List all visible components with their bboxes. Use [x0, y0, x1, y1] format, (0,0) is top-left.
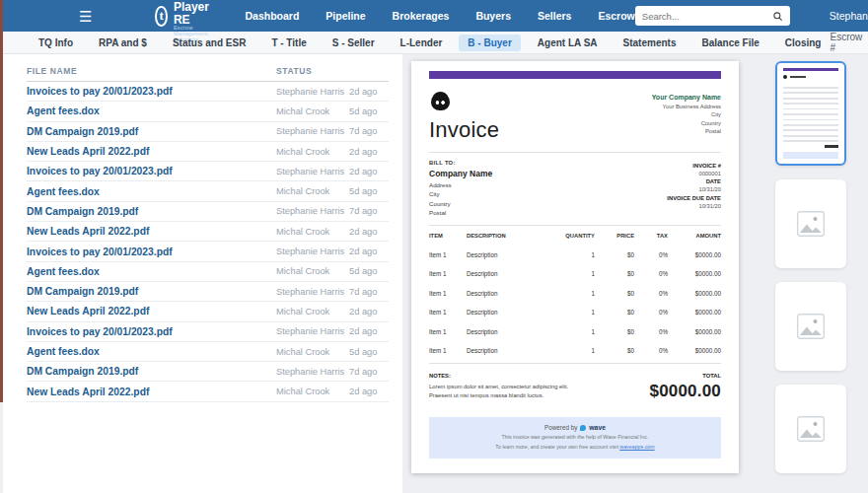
item-description: Description [467, 270, 540, 277]
bill-to-block: BILL TO: Company Name Address City Count… [429, 160, 492, 216]
thumbnail-placeholder[interactable] [775, 282, 846, 371]
file-link[interactable]: DM Campaign 2019.pdf [27, 286, 276, 297]
file-status-user: Stephanie Harris [276, 326, 345, 336]
tab-l-lender[interactable]: L-Lender [392, 35, 452, 51]
waveapps-link[interactable]: waveapps.com [619, 444, 654, 450]
item-amount: $0000.00 [668, 251, 721, 258]
file-link[interactable]: Agent fees.dox [27, 106, 276, 116]
table-row[interactable]: Invoices to pay 20/01/2023.pdfStephanie … [27, 162, 389, 181]
thumbnail-placeholder[interactable] [775, 179, 846, 268]
table-row[interactable]: Agent fees.doxMichal Crook5d ago [27, 181, 389, 201]
wave-brand: wave [589, 424, 606, 431]
file-link[interactable]: New Leads April 2022.pdf [27, 226, 276, 237]
tab-t-title[interactable]: T - Title [262, 35, 315, 51]
item-amount: $0000.00 [668, 270, 721, 277]
item-quantity: 1 [540, 347, 595, 354]
file-link[interactable]: Invoices to pay 20/01/2023.pdf [27, 246, 276, 257]
file-link[interactable]: DM Campaign 2019.pdf [27, 206, 276, 217]
logo-letter: t [160, 8, 164, 24]
thumbnail-placeholder[interactable] [775, 385, 846, 473]
item-item: Item 1 [429, 309, 467, 316]
table-row[interactable]: New Leads April 2022.pdfMichal Crook2d a… [27, 142, 389, 162]
search-icon[interactable] [772, 11, 783, 22]
file-link[interactable]: DM Campaign 2019.pdf [27, 126, 276, 137]
invoice-item-row: Item 1Description1$00%$0000.00 [429, 309, 721, 316]
table-row[interactable]: DM Campaign 2019.pdfStephanie Harris7d a… [27, 202, 389, 222]
item-amount: $0000.00 [668, 290, 721, 297]
nav-item-dashboard[interactable]: Dashboard [245, 10, 299, 22]
table-row[interactable]: Agent fees.doxMichal Crook5d ago [27, 262, 389, 282]
file-link[interactable]: Agent fees.dox [27, 266, 276, 277]
table-row[interactable]: New Leads April 2022.pdfMichal Crook2d a… [27, 382, 389, 401]
divider [429, 152, 721, 153]
item-item: Item 1 [429, 328, 467, 335]
bill-to-label: BILL TO: [429, 160, 492, 166]
table-row[interactable]: Invoices to pay 20/01/2023.pdfStephanie … [27, 322, 389, 342]
table-row[interactable]: DM Campaign 2019.pdfStephanie Harris7d a… [27, 362, 389, 382]
menu-icon[interactable]: ☰ [79, 9, 92, 24]
item-quantity: 1 [540, 251, 595, 258]
item-quantity: 1 [540, 309, 595, 316]
tab-rpa-and[interactable]: RPA and $ [90, 35, 156, 51]
table-row[interactable]: Invoices to pay 20/01/2023.pdfStephanie … [27, 242, 389, 261]
item-price: $0 [595, 290, 634, 297]
search-box[interactable] [635, 6, 790, 26]
file-status-user: Stephanie Harris [276, 206, 345, 216]
image-placeholder-icon [796, 211, 826, 237]
table-row[interactable]: New Leads April 2022.pdfMichal Crook2d a… [27, 222, 389, 242]
tab-tq-info[interactable]: TQ Info [30, 35, 82, 51]
item-quantity: 1 [540, 270, 595, 277]
tab-s-seller[interactable]: S - Seller [324, 35, 384, 51]
tab-b-buyer[interactable]: B - Buyer [459, 35, 520, 51]
file-link[interactable]: DM Campaign 2019.pdf [27, 366, 276, 377]
footer-line-1: This invoice was generated with the help… [433, 434, 717, 441]
file-link[interactable]: New Leads April 2022.pdf [27, 387, 276, 397]
file-link[interactable]: New Leads April 2022.pdf [27, 146, 276, 157]
table-row[interactable]: DM Campaign 2019.pdfStephanie Harris7d a… [27, 282, 389, 302]
item-item: Item 1 [429, 347, 467, 354]
file-table-header: FILE NAME STATUS [27, 60, 389, 82]
file-table-body: Invoices to pay 20/01/2023.pdfStephanie … [27, 82, 389, 402]
file-link[interactable]: Invoices to pay 20/01/2023.pdf [27, 86, 276, 97]
nav-item-sellers[interactable]: Sellers [538, 10, 571, 22]
file-link[interactable]: New Leads April 2022.pdf [27, 306, 276, 317]
company-country: Country [652, 120, 721, 126]
item-price: $0 [595, 328, 634, 335]
tab-closing[interactable]: Closing [776, 35, 831, 51]
item-amount: $0000.00 [668, 309, 721, 316]
file-link[interactable]: Invoices to pay 20/01/2023.pdf [27, 326, 276, 337]
item-quantity: 1 [540, 328, 595, 335]
item-tax: 0% [634, 290, 668, 297]
invoice-item-row: Item 1Description1$00%$0000.00 [429, 290, 721, 297]
nav-item-escrow[interactable]: Escrow [598, 10, 634, 22]
file-link[interactable]: Agent fees.dox [27, 346, 276, 357]
tab-bar: TQ InfoRPA and $Status and ESRT - TitleS… [0, 32, 868, 54]
search-input[interactable] [642, 11, 772, 22]
tab-agent-la-sa[interactable]: Agent LA SA [529, 35, 607, 51]
tab-balance-file[interactable]: Balance File [692, 35, 767, 51]
tab-status-and-esr[interactable]: Status and ESR [164, 35, 254, 51]
company-name: Your Company Name [652, 94, 721, 101]
file-link[interactable]: Invoices to pay 20/01/2023.pdf [27, 166, 276, 176]
file-status-user: Michal Crook [276, 106, 345, 116]
tab-statements[interactable]: Statements [615, 35, 686, 51]
item-price: $0 [595, 270, 634, 277]
table-row[interactable]: Agent fees.doxMichal Crook5d ago [27, 102, 389, 121]
item-tax: 0% [634, 270, 668, 277]
file-link[interactable]: Agent fees.dox [27, 186, 276, 197]
user-menu[interactable]: Stephanie Harris ▾ [830, 10, 868, 22]
items-column-description: DESCRIPTION [467, 233, 540, 239]
table-row[interactable]: Invoices to pay 20/01/2023.pdfStephanie … [27, 82, 389, 102]
nav-item-pipeline[interactable]: Pipeline [326, 10, 365, 22]
table-row[interactable]: DM Campaign 2019.pdfStephanie Harris7d a… [27, 122, 389, 142]
company-city: City [652, 111, 721, 117]
divider [429, 225, 721, 226]
nav-item-buyers[interactable]: Buyers [475, 10, 511, 22]
table-row[interactable]: Agent fees.doxMichal Crook5d ago [27, 342, 389, 362]
thumbnail-page-selected[interactable] [775, 61, 846, 166]
nav-item-brokerages[interactable]: Brokerages [393, 10, 450, 22]
invoice-item-row: Item 1Description1$00%$0000.00 [429, 251, 721, 258]
invoice-item-row: Item 1Description1$00%$0000.00 [429, 328, 721, 335]
invoice-meta-label: DATE [667, 178, 721, 184]
table-row[interactable]: New Leads April 2022.pdfMichal Crook2d a… [27, 302, 389, 321]
